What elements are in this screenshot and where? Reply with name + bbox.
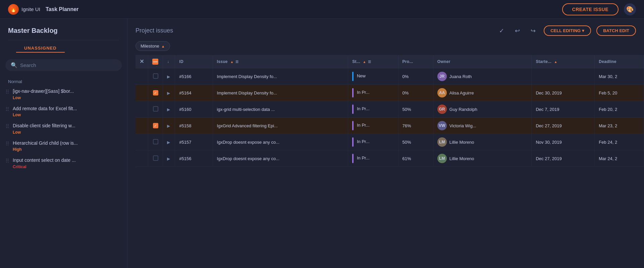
owner-name: Alisa Aguirre [449, 90, 474, 95]
owner-name: Lillie Moreno [449, 140, 474, 145]
confirm-icon[interactable]: ✓ [496, 26, 507, 36]
col-collapse-cell [136, 68, 148, 85]
expand-icon: ▶ [167, 91, 170, 95]
expand-arrow-cell[interactable]: ▶ [163, 118, 175, 134]
logo[interactable]: 🔥 Ignite UI [8, 4, 40, 15]
progress-cell: 50% [398, 101, 433, 118]
sidebar-item[interactable]: ⠿ Add remote data for Excel filt... Low [0, 103, 127, 120]
select-all-checkbox[interactable]: — [152, 59, 158, 65]
drag-handle-icon: ⠿ [5, 123, 9, 130]
id-cell: #5157 [175, 134, 213, 150]
checkbox-cell[interactable] [148, 68, 163, 85]
checkbox-cell[interactable]: ✓ [148, 85, 163, 101]
status-text: New [357, 73, 366, 78]
owner-cell: LM Lillie Moreno [433, 134, 532, 150]
status-bar [352, 105, 354, 114]
sidebar: Master Backlog UNASSIGNED 🔍 Normal ⠿ [ig… [0, 19, 127, 268]
owner-cell: JR Juana Roth [433, 68, 532, 85]
checkbox-cell[interactable] [148, 150, 163, 167]
started-cell: Nov 30, 2019 [532, 134, 595, 150]
search-input[interactable] [20, 62, 116, 68]
row-checkbox[interactable] [153, 139, 158, 144]
expand-arrow-cell[interactable]: ▶ [163, 134, 175, 150]
sidebar-item[interactable]: ⠿ [igx-nav-drawer][Sass] $bor... Low [0, 85, 127, 103]
drag-handle-icon: ⠿ [5, 106, 9, 113]
redo-icon[interactable]: ↪ [528, 26, 538, 36]
topnav: 🔥 Ignite UI Task Planner CREATE ISSUE 🎨 [0, 0, 644, 19]
owner-wrapper: LM Lillie Moreno [437, 137, 528, 147]
expand-icon: ▶ [167, 140, 170, 145]
deadline-cell: Mar 23, 2 [595, 118, 644, 134]
checkbox-cell[interactable] [148, 134, 163, 150]
id-cell: #5164 [175, 85, 213, 101]
sidebar-item-name: [igx-nav-drawer][Sass] $bor... [13, 88, 74, 95]
collapse-icon: ✕ [140, 59, 144, 64]
drag-handle-icon: ⠿ [5, 158, 9, 164]
col-progress-header[interactable]: Pro... [398, 55, 433, 68]
filter-row: Milestone ▲ [127, 40, 644, 55]
expand-arrow-cell[interactable]: ▶ [163, 150, 175, 167]
search-field[interactable]: 🔍 [5, 59, 122, 71]
checkbox-cell[interactable]: ✓ [148, 118, 163, 134]
owner-cell: GR Guy Randolph [433, 101, 532, 118]
undo-icon[interactable]: ↩ [512, 26, 523, 36]
status-cell: In Pr... [348, 118, 398, 134]
row-checkbox[interactable] [153, 73, 158, 79]
cell-editing-button[interactable]: CELL EDITING ▾ [544, 25, 591, 36]
col-issue-header[interactable]: Issue ▲ ☰ [213, 55, 348, 68]
status-text: In Pr... [357, 90, 370, 95]
col-collapse-cell [136, 101, 148, 118]
owner-name: Guy Randolph [449, 107, 477, 112]
owner-wrapper: GR Guy Randolph [437, 105, 528, 114]
progress-cell: 61% [398, 150, 433, 167]
issues-table-wrap: ✕ — ↓ ID Issue ▲ ☰ [127, 55, 644, 268]
sidebar-item-priority: Low [13, 113, 77, 117]
col-checkbox-header[interactable]: — [148, 55, 163, 68]
started-sort-icon: ▲ [554, 60, 557, 64]
row-checkbox[interactable]: ✓ [153, 90, 158, 95]
sidebar-section-label: UNASSIGNED [16, 40, 65, 53]
expand-arrow-cell[interactable]: ▶ [163, 85, 175, 101]
col-id-header[interactable]: ID [175, 55, 213, 68]
col-collapse-header[interactable]: ✕ [136, 55, 148, 68]
create-issue-button[interactable]: CREATE ISSUE [562, 3, 619, 15]
sidebar-search-wrap: 🔍 [0, 57, 127, 76]
issue-filter-icon: ☰ [235, 60, 238, 64]
sidebar-item-content: Input content select on date ... Critica… [13, 157, 76, 169]
sidebar-item-priority: High [13, 147, 78, 152]
row-checkbox[interactable] [153, 106, 158, 112]
col-deadline-header[interactable]: Deadline [595, 55, 644, 68]
content-area: Project issues ✓ ↩ ↪ CELL EDITING ▾ BATC… [127, 19, 644, 268]
sidebar-items-list: Normal ⠿ [igx-nav-drawer][Sass] $bor... … [0, 76, 127, 268]
user-avatar[interactable]: 🎨 [624, 3, 636, 15]
expand-arrow-cell[interactable]: ▶ [163, 101, 175, 118]
milestone-filter-chip[interactable]: Milestone ▲ [136, 41, 170, 51]
checkbox-cell[interactable] [148, 101, 163, 118]
col-started-header[interactable]: Starte... ▲ [532, 55, 595, 68]
col-status-header[interactable]: St... ▲ ☰ [348, 55, 398, 68]
table-row: ✓ ▶ #5158 IgxGrid Advanced filtering Epi… [136, 118, 644, 134]
col-owner-header[interactable]: Owner [433, 55, 532, 68]
batch-edit-button[interactable]: BATCH EDIT [596, 25, 636, 36]
brand-label: Ignite UI [21, 6, 40, 12]
issue-cell: IgxDrop doesnt expose any co... [213, 150, 348, 167]
col-sort-header[interactable]: ↓ [163, 55, 175, 68]
owner-avatar: GR [437, 105, 447, 114]
col-collapse-cell [136, 150, 148, 167]
content-header: Project issues ✓ ↩ ↪ CELL EDITING ▾ BATC… [127, 19, 644, 40]
owner-cell: VW Victoria Wig... [433, 118, 532, 134]
status-bar [352, 88, 354, 97]
row-checkbox[interactable]: ✓ [153, 123, 158, 128]
sidebar-item[interactable]: ⠿ Input content select on date ... Criti… [0, 154, 127, 172]
table-row: ▶ #5157 IgxDrop doesnt expose any co... … [136, 134, 644, 150]
row-checkbox[interactable] [153, 155, 158, 161]
status-sort-icon: ▲ [363, 60, 366, 64]
sidebar-group-normal: Normal [0, 76, 127, 85]
sidebar-item[interactable]: ⠿ Disable client side filtering w... Low [0, 120, 127, 137]
progress-cell: 0% [398, 85, 433, 101]
expand-arrow-cell[interactable]: ▶ [163, 68, 175, 85]
sidebar-item-name: Input content select on date ... [13, 157, 76, 164]
progress-cell: 76% [398, 118, 433, 134]
sidebar-item[interactable]: ⠿ Hierarchical Grid child (row is... Hig… [0, 137, 127, 155]
owner-cell: AA Alisa Aguirre [433, 85, 532, 101]
